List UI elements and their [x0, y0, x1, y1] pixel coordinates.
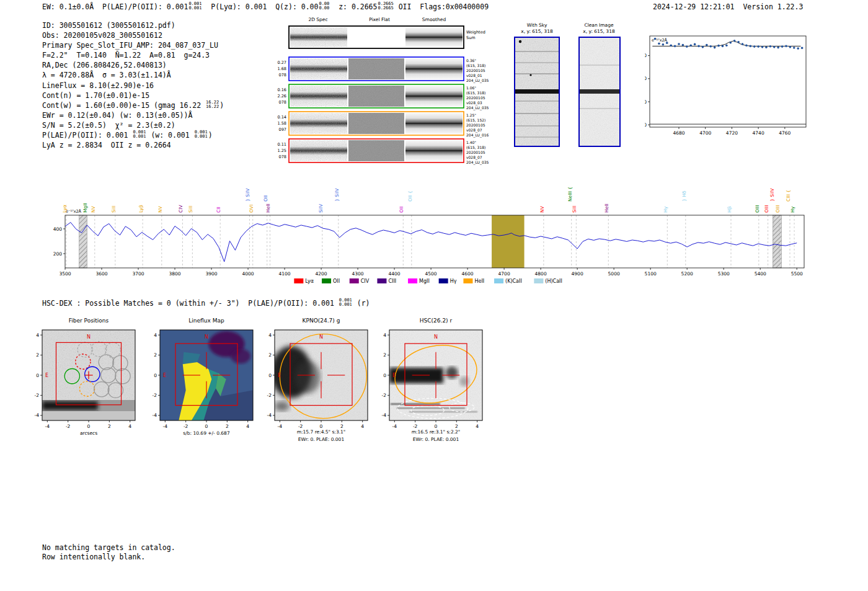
spectrum-data-point	[737, 41, 740, 43]
flux-units-annotation: e⁻¹⁷x2Å	[652, 37, 668, 43]
fraction-bottom: 0.2665	[378, 6, 393, 11]
y-tick-label: 200	[645, 76, 647, 81]
fiber-weight-label: 1.58	[278, 121, 286, 126]
noise-overlay	[290, 58, 347, 79]
noise-overlay	[290, 86, 347, 107]
info-line-lineflux: LineFlux = 8.10(±2.90)e-16	[42, 81, 224, 91]
smoothed-strip	[405, 58, 463, 79]
fraction-bottom: 16.22	[206, 105, 219, 109]
kpno-g-panel: -4-2024-4-2024NE	[257, 313, 381, 447]
fiber-weight-label: 0.27	[278, 60, 286, 65]
fiber-id-label: 204_LU_016	[466, 133, 489, 138]
emission-line-label: } SiIV	[334, 188, 340, 202]
north-compass-label: N	[319, 334, 323, 340]
x-tick-label: 4000	[242, 271, 254, 277]
header-metrics-text: OII Flags:0x00400009	[394, 2, 489, 12]
east-compass-label: E	[163, 373, 166, 378]
fiber-id-label: 20200105	[466, 68, 485, 73]
spectrum-data-point	[725, 44, 728, 47]
y-tick-label: 0	[268, 373, 272, 378]
fiber-id-label: v028_01	[466, 73, 482, 78]
fiber-id-label: (615, 318)	[466, 91, 485, 95]
legend-swatch	[350, 278, 359, 283]
spectrum-data-point	[765, 46, 768, 48]
spec2d-cutout-strips: WeightedSum0.271.680780.36"(615, 318)202…	[273, 17, 502, 166]
z-uncertainty-fraction: 0.26650.2665	[378, 2, 393, 10]
info-line-wavelength: λ = 4720.88Å σ = 3.03(±1.14)Å	[42, 70, 224, 80]
legend-label: HeII	[474, 278, 484, 284]
spectrum-data-point	[789, 46, 792, 48]
fiber-id-label: 1.25"	[466, 113, 476, 117]
x-tick-label: 0	[205, 424, 208, 429]
elixer-report-page: EW: 0.1±0.0Å P(LAE)/P(OII): 0.001 0.0010…	[0, 0, 868, 591]
x-tick-label: 4600	[462, 271, 474, 277]
emission-line-label: SiII	[572, 206, 577, 213]
flux-units-annotation: e⁻¹⁷x2Å	[66, 208, 82, 214]
spectrum-data-point	[781, 45, 784, 48]
emission-line-label: SiII	[111, 206, 117, 213]
legend-swatch	[408, 278, 417, 283]
x-tick-label: 5300	[718, 271, 730, 277]
x-tick-label: 0	[87, 424, 91, 429]
emission-line-label: HeII	[604, 203, 609, 213]
x-tick-label: 5100	[645, 271, 657, 277]
hsc-dex-match-line: HSC-DEX : Possible Matches = 0 (within +…	[42, 298, 370, 308]
east-compass-label: E	[45, 373, 48, 378]
legend-label: OII	[333, 278, 340, 284]
cont-w-text: )	[219, 100, 224, 110]
x-tick-label: 3500	[59, 271, 71, 277]
kpno-g-caption-1: m:15.7 re:4.5" s:3.1"	[275, 429, 368, 435]
hsc-dex-text: (r)	[353, 298, 370, 308]
y-tick-label: -2	[382, 393, 387, 398]
legend-swatch	[439, 278, 448, 283]
fiber-positions-xlabel: arcsecs	[42, 430, 135, 436]
hsc-r-caption-1: m:16.5 re:3.1" s:2.2"	[389, 429, 482, 435]
smoothed-strip	[405, 140, 463, 161]
x-tick-label: 2	[226, 424, 229, 429]
x-tick-label: -2	[413, 424, 418, 429]
hsc-r-caption-2: EWr: 0. PLAE: 0.001	[389, 437, 482, 442]
x-tick-label: 3800	[169, 271, 180, 277]
emission-line-label: CIII {	[786, 190, 791, 202]
emission-line-label: CIV	[178, 205, 184, 213]
x-tick-label: 5400	[755, 271, 766, 277]
x-tick-label: 4720	[726, 130, 738, 136]
spectrum-data-point	[674, 45, 676, 48]
fraction-bottom: 0.001	[339, 303, 352, 307]
spectrum-data-point	[702, 46, 704, 48]
x-tick-label: 4100	[279, 271, 291, 277]
fiber-id-label: (615, 318)	[466, 145, 485, 149]
x-tick-label: 4400	[389, 271, 401, 277]
emission-line-label: HeII	[265, 203, 271, 213]
fiber-id-label: 0.36"	[466, 58, 476, 63]
y-tick-label: -4	[267, 412, 272, 418]
weighted-sum-label: Sum	[466, 35, 476, 40]
noise-overlay	[348, 113, 404, 134]
fraction-bottom: 0.00	[319, 6, 329, 11]
fraction-bottom: 0.001	[133, 135, 146, 139]
fiber-id-label: 20200105	[466, 150, 485, 154]
noise-overlay	[290, 140, 347, 161]
legend-swatch	[463, 278, 472, 283]
noise-overlay	[348, 58, 404, 79]
fiber-weight-label: 078	[279, 73, 286, 78]
spectrum-data-point	[793, 47, 795, 49]
x-tick-label: 4900	[572, 271, 583, 277]
spectrum-data-point	[722, 45, 724, 48]
emission-line-label: OII	[263, 195, 268, 202]
y-tick-label: -4	[382, 412, 387, 418]
fiber-id-label: v028_03	[466, 100, 482, 105]
fiber-id-label: (615, 152)	[466, 118, 485, 122]
info-line-primary: Primary Spec_Slot_IFU_AMP: 204_087_037_L…	[42, 40, 224, 50]
y-tick-label: -4	[35, 412, 40, 418]
x-tick-label: 2	[340, 424, 343, 429]
y-tick-label: 2	[383, 352, 386, 358]
footer-no-match: No matching targets in catalog.	[42, 543, 175, 553]
emission-line-label: OII	[399, 207, 404, 213]
x-tick-label: 4500	[425, 271, 437, 277]
info-line-sn: S/N = 5.2(±0.5) χ² = 2.3(±0.2)	[42, 120, 224, 130]
spectrum-line	[65, 223, 797, 262]
emission-line-label: Hγ	[663, 206, 668, 213]
y-tick-label: 2	[154, 352, 157, 358]
x-tick-label: 4740	[753, 130, 764, 136]
